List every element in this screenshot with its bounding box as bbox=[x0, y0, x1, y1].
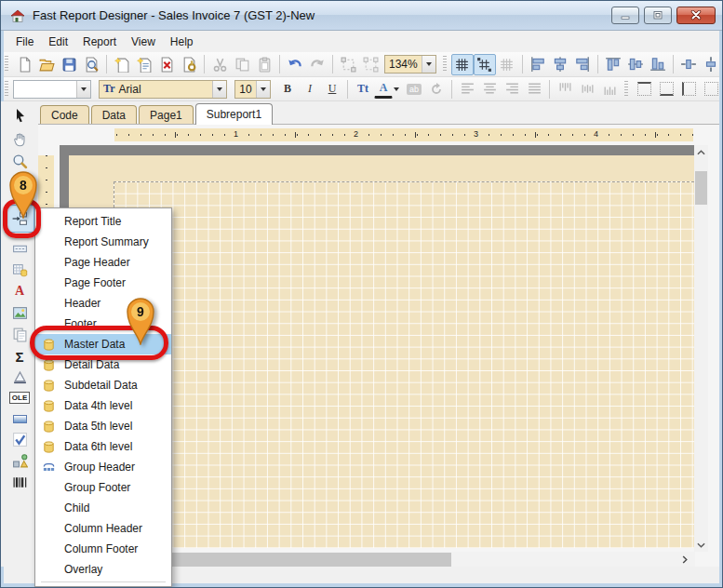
zoom-dropdown-arrow[interactable] bbox=[422, 56, 435, 73]
zoom-combobox[interactable]: 134% bbox=[384, 55, 436, 74]
vertical-scrollbar[interactable] bbox=[694, 145, 708, 552]
checkbox-object-button[interactable] bbox=[7, 429, 33, 449]
rotate-text-button[interactable] bbox=[425, 78, 448, 100]
menu-item-report-title[interactable]: Report Title bbox=[35, 211, 171, 232]
toolbar-grip[interactable] bbox=[443, 56, 447, 73]
preview-button[interactable] bbox=[80, 54, 102, 75]
undo-button[interactable] bbox=[284, 54, 306, 75]
menu-item-page-footer[interactable]: Page Footer bbox=[35, 273, 171, 293]
ungroup-button[interactable] bbox=[359, 54, 382, 75]
menu-item-child[interactable]: Child bbox=[35, 498, 171, 518]
menu-item-data-5th-level[interactable]: Data 5th level bbox=[35, 416, 171, 436]
menu-help[interactable]: Help bbox=[163, 33, 201, 51]
cut-button[interactable] bbox=[208, 54, 231, 75]
menu-report[interactable]: Report bbox=[75, 33, 124, 51]
tab-code[interactable]: Code bbox=[40, 105, 89, 124]
fit-to-grid-button[interactable] bbox=[496, 54, 518, 75]
menu-item-page-header[interactable]: Page Header bbox=[35, 252, 171, 273]
style-dropdown-arrow[interactable] bbox=[76, 81, 90, 98]
band-properties-button[interactable] bbox=[7, 238, 33, 259]
vertical-scroll-thumb[interactable] bbox=[695, 171, 707, 205]
menu-item-subdetail-data[interactable]: Subdetail Data bbox=[35, 375, 171, 395]
border-top-button[interactable] bbox=[633, 78, 655, 100]
menu-item-data-4th-level[interactable]: Data 4th level bbox=[35, 395, 171, 416]
align-rights-button[interactable] bbox=[571, 54, 594, 75]
toolbar-grip[interactable] bbox=[5, 56, 8, 73]
rectangle-object-button[interactable] bbox=[7, 408, 33, 429]
draw-object-button[interactable] bbox=[7, 367, 33, 387]
font-size-combobox[interactable]: 10 bbox=[234, 80, 271, 99]
font-color-dropdown-arrow[interactable] bbox=[394, 87, 399, 91]
show-grid-button[interactable] bbox=[451, 54, 474, 75]
open-button[interactable] bbox=[35, 54, 58, 75]
data-band-button[interactable] bbox=[7, 260, 33, 280]
border-left-button[interactable] bbox=[677, 78, 700, 100]
minimize-button[interactable] bbox=[611, 7, 639, 24]
copy-button[interactable] bbox=[231, 54, 253, 75]
menu-view[interactable]: View bbox=[124, 33, 163, 51]
new-report-button[interactable] bbox=[13, 54, 35, 75]
menu-item-report-summary[interactable]: Report Summary bbox=[35, 232, 171, 252]
bold-button[interactable]: B bbox=[276, 78, 299, 100]
text-align-top-button[interactable] bbox=[554, 78, 576, 100]
select-tool-button[interactable] bbox=[7, 105, 33, 126]
zoom-tool-button[interactable] bbox=[7, 151, 33, 171]
menu-item-column-footer[interactable]: Column Footer bbox=[35, 539, 171, 559]
align-centers-button[interactable] bbox=[549, 54, 571, 75]
menu-item-column-header[interactable]: Column Header bbox=[35, 518, 171, 539]
align-lefts-button[interactable] bbox=[527, 54, 549, 75]
close-button[interactable] bbox=[676, 7, 716, 24]
align-to-grid-button[interactable] bbox=[474, 54, 496, 75]
paste-button[interactable] bbox=[253, 54, 275, 75]
new-page-button[interactable] bbox=[111, 54, 133, 75]
text-align-left-button[interactable] bbox=[456, 78, 478, 100]
ole-object-button[interactable]: OLE bbox=[7, 387, 33, 408]
font-size-dropdown-arrow[interactable] bbox=[256, 81, 270, 98]
align-bottoms-button[interactable] bbox=[647, 54, 669, 75]
scroll-up-button[interactable] bbox=[694, 145, 708, 159]
tab-subreport1[interactable]: Subreport1 bbox=[195, 103, 273, 125]
group-button[interactable] bbox=[337, 54, 359, 75]
text-align-right-button[interactable] bbox=[501, 78, 523, 100]
menu-edit[interactable]: Edit bbox=[41, 33, 75, 51]
menu-item-group-header[interactable]: Group Header bbox=[35, 457, 171, 477]
toolbar-grip[interactable] bbox=[624, 81, 628, 98]
page-settings-button[interactable] bbox=[178, 54, 200, 75]
tab-data[interactable]: Data bbox=[91, 105, 137, 124]
font-dropdown-arrow[interactable] bbox=[212, 81, 226, 98]
restore-button[interactable] bbox=[644, 7, 672, 24]
style-combobox[interactable] bbox=[13, 80, 91, 99]
text-align-bottom-button[interactable] bbox=[598, 78, 621, 100]
tab-page1[interactable]: Page1 bbox=[139, 105, 194, 124]
text-style-button[interactable]: Tt bbox=[352, 78, 374, 100]
menu-item-data-6th-level[interactable]: Data 6th level bbox=[35, 436, 171, 457]
hand-tool-button[interactable] bbox=[7, 128, 33, 149]
align-middles-button[interactable] bbox=[624, 54, 647, 75]
subreport-object-button[interactable] bbox=[7, 324, 33, 344]
text-align-middle-button[interactable] bbox=[576, 78, 598, 100]
text-align-center-button[interactable] bbox=[478, 78, 501, 100]
scroll-down-button[interactable] bbox=[694, 538, 708, 552]
italic-button[interactable]: I bbox=[299, 78, 321, 100]
toolbar-grip[interactable] bbox=[5, 81, 8, 98]
align-tops-button[interactable] bbox=[602, 54, 624, 75]
save-button[interactable] bbox=[58, 54, 80, 75]
text-object-button[interactable]: A bbox=[7, 281, 33, 301]
scroll-right-button[interactable] bbox=[677, 553, 691, 567]
shapes-object-button[interactable] bbox=[7, 450, 33, 471]
underline-button[interactable]: U bbox=[321, 78, 343, 100]
menu-item-overlay[interactable]: Overlay bbox=[35, 559, 171, 580]
menu-item-group-footer[interactable]: Group Footer bbox=[35, 477, 171, 498]
font-combobox[interactable]: Tr Arial bbox=[99, 80, 227, 99]
border-bottom-button[interactable] bbox=[655, 78, 677, 100]
new-dialog-page-button[interactable] bbox=[133, 54, 155, 75]
text-justify-button[interactable] bbox=[523, 78, 545, 100]
delete-page-button[interactable] bbox=[155, 54, 178, 75]
picture-object-button[interactable] bbox=[7, 302, 33, 323]
center-horizontally-button[interactable] bbox=[677, 54, 700, 75]
font-color-button[interactable]: A bbox=[374, 80, 393, 99]
menu-file[interactable]: File bbox=[8, 33, 41, 51]
redo-button[interactable] bbox=[306, 54, 328, 75]
barcode-object-button[interactable] bbox=[7, 472, 33, 492]
highlight-button[interactable]: ab bbox=[403, 78, 425, 100]
